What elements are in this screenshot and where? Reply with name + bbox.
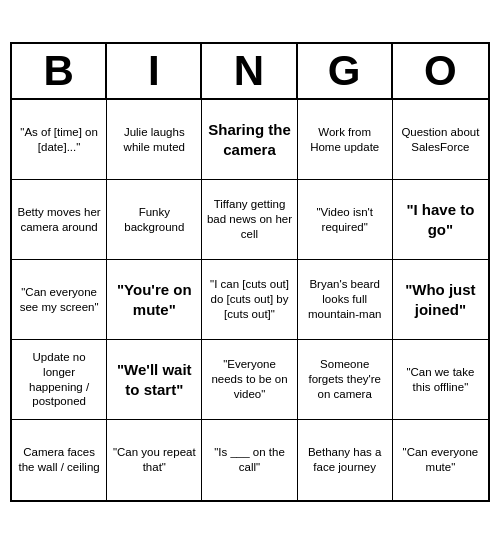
bingo-cell-2[interactable]: Sharing the camera — [202, 100, 297, 180]
header-letter-B: B — [12, 44, 107, 98]
bingo-cell-13[interactable]: Bryan's beard looks full mountain-man — [298, 260, 393, 340]
bingo-cell-7[interactable]: Tiffany getting bad news on her cell — [202, 180, 297, 260]
bingo-cell-14[interactable]: "Who just joined" — [393, 260, 488, 340]
bingo-cell-9[interactable]: "I have to go" — [393, 180, 488, 260]
header-letter-G: G — [298, 44, 393, 98]
bingo-cell-12[interactable]: "I can [cuts out] do [cuts out] by [cuts… — [202, 260, 297, 340]
bingo-header: BINGO — [12, 44, 488, 100]
bingo-cell-3[interactable]: Work from Home update — [298, 100, 393, 180]
bingo-cell-17[interactable]: "Everyone needs to be on video" — [202, 340, 297, 420]
bingo-cell-19[interactable]: "Can we take this offline" — [393, 340, 488, 420]
bingo-cell-5[interactable]: Betty moves her camera around — [12, 180, 107, 260]
bingo-cell-0[interactable]: "As of [time] on [date]..." — [12, 100, 107, 180]
bingo-cell-18[interactable]: Someone forgets they're on camera — [298, 340, 393, 420]
bingo-cell-8[interactable]: "Video isn't required" — [298, 180, 393, 260]
bingo-cell-21[interactable]: "Can you repeat that" — [107, 420, 202, 500]
bingo-cell-15[interactable]: Update no longer happening / postponed — [12, 340, 107, 420]
bingo-card: BINGO "As of [time] on [date]..."Julie l… — [10, 42, 490, 502]
bingo-cell-16[interactable]: "We'll wait to start" — [107, 340, 202, 420]
bingo-cell-4[interactable]: Question about SalesForce — [393, 100, 488, 180]
bingo-cell-22[interactable]: "Is ___ on the call" — [202, 420, 297, 500]
header-letter-I: I — [107, 44, 202, 98]
bingo-cell-24[interactable]: "Can everyone mute" — [393, 420, 488, 500]
bingo-cell-10[interactable]: "Can everyone see my screen" — [12, 260, 107, 340]
header-letter-N: N — [202, 44, 297, 98]
bingo-cell-6[interactable]: Funky background — [107, 180, 202, 260]
bingo-cell-23[interactable]: Bethany has a face journey — [298, 420, 393, 500]
bingo-cell-20[interactable]: Camera faces the wall / ceiling — [12, 420, 107, 500]
header-letter-O: O — [393, 44, 488, 98]
bingo-cell-11[interactable]: "You're on mute" — [107, 260, 202, 340]
bingo-cell-1[interactable]: Julie laughs while muted — [107, 100, 202, 180]
bingo-grid: "As of [time] on [date]..."Julie laughs … — [12, 100, 488, 500]
